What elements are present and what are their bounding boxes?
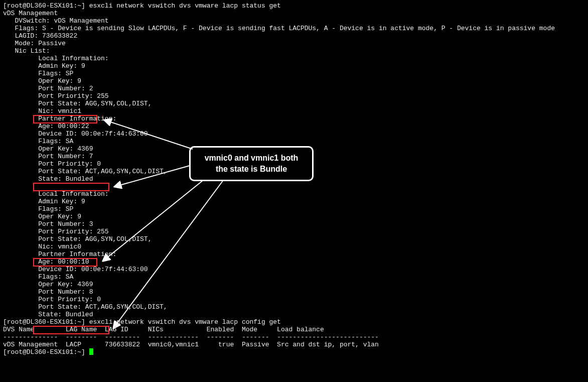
nic0-portstate: Port State: AGG,SYN,COL,DIST,	[3, 235, 152, 243]
nic0-state: State: Bundled	[3, 311, 93, 318]
nic1-adminkey: Admin Key: 9	[3, 62, 85, 70]
table-header: DVS Name LAG Name LAG ID NICs Enabled Mo…	[3, 326, 324, 333]
nic0-flags: Flags: SP	[3, 205, 73, 213]
nic1-portstate: Port State: AGG,SYN,COL,DIST,	[3, 100, 152, 107]
nic1-state: State: Bundled	[3, 175, 93, 183]
table-rule: -------------- -------- --------- ------…	[3, 333, 379, 341]
nic0-pportnum: Port Number: 8	[3, 288, 93, 296]
nic0-nic: Nic: vmnic0	[3, 243, 81, 250]
nic1-pflags: Flags: SA	[3, 138, 73, 145]
nic0-partner: Partner Information:	[3, 250, 116, 258]
nic0-operkey: Oper Key: 9	[3, 213, 81, 220]
cursor-block[interactable]	[89, 348, 93, 355]
nic0-portnum: Port Number: 3	[3, 220, 93, 228]
nic0-pflags: Flags: SA	[3, 273, 73, 281]
nic1-partner: Partner Information:	[3, 115, 116, 122]
nic0-pportprio: Port Priority: 0	[3, 296, 101, 303]
nic0-local: Local Information:	[3, 190, 109, 198]
nic0-pportstate: Port State: ACT,AGG,SYN,COL,DIST,	[3, 303, 168, 311]
out-flags: Flags: S - Device is sending Slow LACPDU…	[3, 25, 555, 32]
cmd-line-3: [root@DL360-ESXi01:~]	[3, 348, 89, 356]
terminal-output[interactable]: [root@DL360-ESXi01:~] esxcli network vsw…	[0, 0, 588, 358]
nic1-devid: Device ID: 00:0e:7f:44:63:00	[3, 130, 148, 138]
nic1-portnum: Port Number: 2	[3, 85, 93, 92]
nic1-flags: Flags: SP	[3, 70, 73, 77]
nic1-operkey: Oper Key: 9	[3, 77, 81, 85]
nic0-adminkey: Admin Key: 9	[3, 198, 85, 205]
nic1-age: Age: 00:00:22	[3, 122, 89, 130]
out-lagid: LAGID: 736633822	[3, 32, 77, 40]
cmd-line-2: [root@DL360-ESXi01:~] esxcli network vsw…	[3, 318, 281, 326]
cmd-line-1: [root@DL360-ESXi01:~] esxcli network vsw…	[3, 2, 281, 10]
out-dvswitch: DVSwitch: vDS Management	[3, 17, 109, 25]
nic1-local: Local Information:	[3, 55, 109, 62]
nic1-portprio: Port Priority: 255	[3, 92, 109, 100]
nic0-poperkey: Oper Key: 4369	[3, 281, 93, 288]
out-niclist: Nic List:	[3, 47, 50, 55]
out-mode: Mode: Passive	[3, 40, 66, 47]
nic1-poperkey: Oper Key: 4369	[3, 145, 93, 153]
nic0-age: Age: 00:00:10	[3, 258, 89, 266]
nic1-nic: Nic: vmnic1	[3, 107, 81, 115]
out-section: vDS Management	[3, 10, 58, 17]
nic0-devid: Device ID: 00:0e:7f:44:63:00	[3, 266, 148, 273]
nic1-pportnum: Port Number: 7	[3, 153, 93, 160]
table-row: vDS Management LACP 736633822 vmnic0,vmn…	[3, 341, 379, 348]
nic1-pportprio: Port Priority: 0	[3, 160, 101, 168]
nic0-portprio: Port Priority: 255	[3, 228, 109, 235]
nic1-pportstate: Port State: ACT,AGG,SYN,COL,DIST,	[3, 168, 168, 175]
